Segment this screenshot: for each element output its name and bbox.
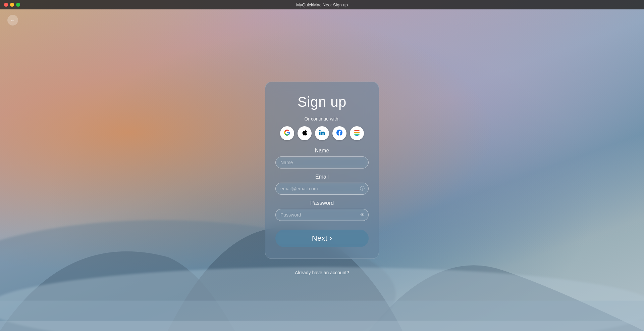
password-input[interactable] xyxy=(275,209,369,221)
svg-point-5 xyxy=(319,130,321,131)
sso-signin-button[interactable] xyxy=(350,126,364,140)
maximize-button[interactable] xyxy=(16,3,20,7)
back-button[interactable]: ← xyxy=(7,15,18,26)
apple-signin-button[interactable] xyxy=(298,126,312,140)
facebook-signin-button[interactable] xyxy=(332,126,346,140)
next-button-label: Next › xyxy=(312,234,332,242)
social-buttons-row xyxy=(275,126,369,140)
email-field-group: Email ⓘ xyxy=(275,174,369,195)
email-input-wrap: ⓘ xyxy=(275,183,369,195)
password-toggle-icon[interactable]: 👁 xyxy=(360,212,365,218)
name-field-group: Name xyxy=(275,148,369,169)
card-title: Sign up xyxy=(275,94,369,110)
password-field-group: Password 👁 xyxy=(275,200,369,221)
svg-rect-3 xyxy=(0,321,644,331)
email-input[interactable] xyxy=(275,183,369,195)
titlebar: MyQuickMac Neo: Sign up xyxy=(0,0,644,9)
google-icon xyxy=(284,130,290,137)
name-input-wrap xyxy=(275,156,369,169)
name-label: Name xyxy=(275,148,369,154)
signup-card: Sign up Or continue with: xyxy=(265,82,379,259)
sso-icon xyxy=(354,130,360,136)
back-icon: ← xyxy=(10,17,15,23)
password-label: Password xyxy=(275,200,369,206)
window-title: MyQuickMac Neo: Sign up xyxy=(296,2,348,7)
password-input-wrap: 👁 xyxy=(275,209,369,221)
minimize-button[interactable] xyxy=(10,3,14,7)
name-input[interactable] xyxy=(275,156,369,169)
linkedin-icon xyxy=(319,130,325,137)
google-signin-button[interactable] xyxy=(280,126,294,140)
already-account-text[interactable]: Already have an account? xyxy=(295,270,349,275)
svg-rect-4 xyxy=(319,132,321,135)
continue-with-label: Or continue with: xyxy=(275,116,369,122)
next-button[interactable]: Next › xyxy=(275,230,369,247)
traffic-lights xyxy=(4,3,20,7)
email-info-icon[interactable]: ⓘ xyxy=(360,186,365,192)
facebook-icon xyxy=(336,130,342,137)
apple-icon xyxy=(302,130,307,137)
close-button[interactable] xyxy=(4,3,8,7)
email-label: Email xyxy=(275,174,369,180)
linkedin-signin-button[interactable] xyxy=(315,126,329,140)
